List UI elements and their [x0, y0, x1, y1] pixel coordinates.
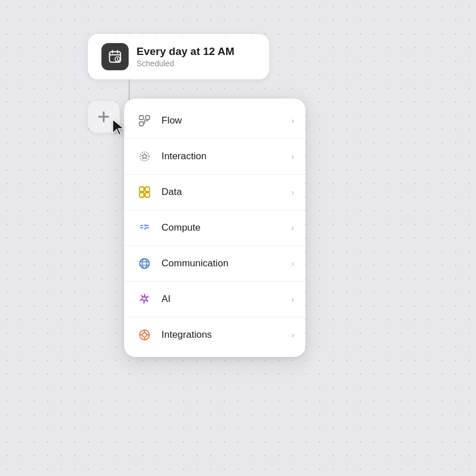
integrations-chevron: › — [291, 330, 294, 339]
menu-item-communication[interactable]: Communication › — [124, 247, 305, 280]
divider-2 — [124, 174, 305, 175]
communication-label: Communication — [162, 258, 283, 269]
connector-line — [129, 79, 130, 101]
workflow-scene: Every day at 12 AM Scheduled — [88, 34, 305, 357]
trigger-icon — [101, 43, 129, 70]
svg-rect-15 — [145, 187, 150, 192]
category-dropdown: Flow › Interaction › — [124, 99, 305, 357]
menu-item-data[interactable]: Data › — [124, 176, 305, 209]
trigger-subtitle: Scheduled — [137, 59, 235, 68]
divider-3 — [124, 210, 305, 210]
integrations-icon — [135, 326, 154, 344]
svg-point-29 — [142, 333, 147, 337]
trigger-card[interactable]: Every day at 12 AM Scheduled — [88, 34, 269, 79]
integrations-label: Integrations — [162, 329, 283, 341]
flow-icon — [135, 112, 154, 130]
data-icon — [135, 183, 154, 201]
menu-item-flow[interactable]: Flow › — [124, 104, 305, 137]
svg-rect-16 — [139, 193, 144, 197]
svg-rect-10 — [146, 116, 150, 120]
svg-rect-9 — [139, 116, 143, 120]
menu-item-compute[interactable]: + × Compute › — [124, 211, 305, 244]
svg-text:×: × — [144, 223, 147, 228]
svg-rect-14 — [139, 187, 144, 192]
trigger-text: Every day at 12 AM Scheduled — [137, 45, 235, 69]
ai-label: AI — [162, 294, 283, 305]
ai-chevron: › — [291, 295, 294, 304]
interaction-label: Interaction — [162, 151, 283, 162]
compute-icon: + × — [135, 219, 154, 237]
menu-item-interaction[interactable]: Interaction › — [124, 140, 305, 173]
flow-chevron: › — [291, 116, 294, 125]
divider-6 — [124, 317, 305, 317]
compute-chevron: › — [291, 223, 294, 232]
ai-icon — [135, 290, 154, 308]
add-step-button[interactable] — [88, 101, 120, 133]
compute-label: Compute — [162, 222, 283, 233]
data-label: Data — [162, 186, 283, 198]
svg-point-25 — [142, 259, 147, 269]
svg-rect-11 — [139, 122, 143, 126]
divider-4 — [124, 245, 305, 246]
trigger-title: Every day at 12 AM — [137, 45, 235, 58]
svg-point-24 — [140, 259, 150, 269]
divider-5 — [124, 281, 305, 282]
interaction-chevron: › — [291, 152, 294, 161]
communication-icon — [135, 254, 154, 273]
flow-label: Flow — [162, 115, 283, 126]
communication-chevron: › — [291, 259, 294, 268]
divider-1 — [124, 138, 305, 139]
menu-item-integrations[interactable]: Integrations › — [124, 318, 305, 351]
interaction-icon — [135, 147, 154, 165]
svg-rect-17 — [145, 193, 150, 197]
plus-area: Flow › Interaction › — [88, 101, 305, 357]
data-chevron: › — [291, 188, 294, 197]
menu-item-ai[interactable]: AI › — [124, 283, 305, 316]
